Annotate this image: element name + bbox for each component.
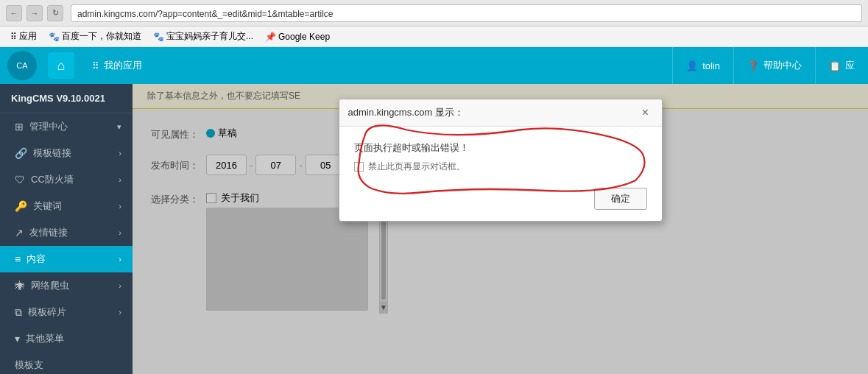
sidebar-template-frag-label: 模板碎片 [28, 306, 66, 319]
share-icon: ↗ [15, 227, 24, 239]
dialog-header: admin.kingcms.com 显示： × [339, 99, 662, 127]
home-button[interactable]: ⌂ [48, 52, 74, 79]
forward-button[interactable]: → [27, 5, 43, 21]
user-name: tolin [702, 60, 720, 71]
refresh-button[interactable]: ↻ [47, 5, 63, 21]
sidebar-item-template-frag[interactable]: ⧉ 模板碎片 › [0, 299, 133, 325]
bookmark-baby[interactable]: 🐾 宝宝妈妈亲子育儿交... [149, 29, 258, 44]
baidu-icon: 🐾 [49, 32, 60, 42]
back-button[interactable]: ← [6, 5, 22, 21]
baby-icon: 🐾 [153, 32, 164, 42]
dialog-sub-text: 禁止此页再显示对话框。 [368, 160, 465, 173]
sidebar-item-template-link[interactable]: 🔗 模板链接 › [0, 140, 133, 166]
content-area: 除了基本信息之外，也不要忘记填写SE 可见属性： 草稿 发布时间： [133, 84, 868, 374]
sidebar-other-menu-label: 其他菜单 [26, 332, 64, 345]
keep-icon: 📌 [265, 32, 276, 42]
dialog-body: 页面执行超时或输出错误！ 禁止此页再显示对话框。 [339, 127, 662, 180]
chevron-right-icon-7: › [119, 308, 121, 317]
key-icon: 🔑 [15, 200, 27, 212]
bookmark-baidu-label: 百度一下，你就知道 [62, 30, 141, 43]
help-icon: ❓ [747, 60, 759, 71]
myapp-button[interactable]: ⠿ 我的应用 [82, 53, 152, 78]
url-bar[interactable]: admin.kingcms.com/?app=content&_=edit&mi… [71, 4, 862, 22]
dialog-checkbox[interactable] [354, 162, 364, 172]
sidebar-item-template-support[interactable]: 模板支 [0, 352, 133, 374]
spider-icon: 🕷 [15, 280, 25, 292]
sidebar-template-support-label: 模板支 [15, 359, 43, 372]
header-right: 👤 tolin ❓ 帮助中心 📋 应 [672, 47, 868, 84]
dialog-message: 页面执行超时或输出错误！ [354, 141, 647, 155]
chevron-right-icon-5: › [119, 255, 121, 264]
user-menu[interactable]: 👤 tolin [672, 47, 733, 84]
bookmark-keep[interactable]: 📌 Google Keep [261, 30, 334, 43]
bookmark-keep-label: Google Keep [278, 32, 330, 42]
sidebar-other-menu[interactable]: ▾ 其他菜单 [0, 325, 133, 352]
chevron-right-icon-6: › [119, 281, 121, 290]
dialog-ok-button[interactable]: 确定 [594, 188, 647, 210]
bookmark-apps-label: 应用 [19, 30, 37, 43]
dialog-title: admin.kingcms.com 显示： [348, 106, 464, 119]
chevron-right-icon: › [119, 149, 121, 158]
bookmark-baidu[interactable]: 🐾 百度一下，你就知道 [44, 29, 146, 44]
sidebar-item-management[interactable]: ⊞ 管理中心 ▾ [0, 113, 133, 140]
dialog-box: admin.kingcms.com 显示： × 页面执行超时或输出错误！ 禁止此… [339, 99, 663, 222]
dialog-footer: 确定 [339, 180, 662, 221]
help-label: 帮助中心 [763, 59, 802, 72]
fragment-icon: ⧉ [15, 306, 22, 319]
other-menu-icon: ▾ [15, 333, 20, 345]
myapp-label: 我的应用 [104, 59, 142, 72]
bookmarks-bar: ⠿ 应用 🐾 百度一下，你就知道 🐾 宝宝妈妈亲子育儿交... 📌 Google… [0, 27, 868, 47]
dialog-overlay: admin.kingcms.com 显示： × 页面执行超时或输出错误！ 禁止此… [133, 84, 868, 374]
apps-icon: ⠿ [10, 32, 17, 42]
logo-text: CA [16, 61, 27, 70]
bookmark-apps[interactable]: ⠿ 应用 [6, 29, 41, 44]
bookmark-baby-label: 宝宝妈妈亲子育儿交... [166, 30, 253, 43]
help-center[interactable]: ❓ 帮助中心 [733, 47, 815, 84]
sidebar-item-content[interactable]: ≡ 内容 › [0, 246, 133, 272]
sidebar-management-label: 管理中心 [29, 120, 68, 133]
sidebar-item-spider[interactable]: 🕷 网络爬虫 › [0, 272, 133, 299]
sidebar-title: KingCMS V9.10.0021 [0, 84, 133, 113]
sidebar-template-link-label: 模板链接 [33, 147, 71, 160]
app-label: 应 [845, 59, 855, 72]
sidebar: KingCMS V9.10.0021 ⊞ 管理中心 ▾ 🔗 模板链接 › 🛡 C… [0, 84, 133, 374]
sidebar-item-keywords[interactable]: 🔑 关键词 › [0, 193, 133, 219]
sidebar-keywords-label: 关键词 [33, 200, 62, 213]
myapp-icon: ⠿ [92, 60, 99, 71]
sidebar-spider-label: 网络爬虫 [31, 279, 69, 292]
sidebar-cc-firewall-label: CC防火墙 [31, 173, 74, 186]
browser-bar: ← → ↻ admin.kingcms.com/?app=content&_=e… [0, 0, 868, 27]
dialog-submessage: 禁止此页再显示对话框。 [354, 160, 647, 173]
app-header: CA ⌂ ⠿ 我的应用 👤 tolin ❓ 帮助中心 📋 应 [0, 47, 868, 84]
app-icon: 📋 [829, 60, 841, 71]
main-layout: KingCMS V9.10.0021 ⊞ 管理中心 ▾ 🔗 模板链接 › 🛡 C… [0, 84, 868, 374]
shield-icon: 🛡 [15, 174, 25, 186]
chevron-right-icon-4: › [119, 228, 121, 237]
home-icon: ⌂ [57, 58, 66, 74]
management-icon: ⊞ [15, 121, 24, 133]
app-button[interactable]: 📋 应 [815, 47, 868, 84]
chevron-down-icon: ▾ [117, 122, 121, 132]
content-icon: ≡ [15, 253, 21, 265]
sidebar-item-friend-links[interactable]: ↗ 友情链接 › [0, 219, 133, 246]
sidebar-friend-links-label: 友情链接 [29, 226, 68, 239]
user-icon: 👤 [686, 60, 698, 71]
chevron-right-icon-3: › [119, 202, 121, 211]
sidebar-item-cc-firewall[interactable]: 🛡 CC防火墙 › [0, 166, 133, 193]
dialog-close-button[interactable]: × [638, 105, 653, 120]
sidebar-content-label: 内容 [27, 253, 46, 266]
logo: CA [7, 51, 37, 80]
link-icon: 🔗 [15, 147, 27, 159]
chevron-right-icon-2: › [119, 175, 121, 184]
